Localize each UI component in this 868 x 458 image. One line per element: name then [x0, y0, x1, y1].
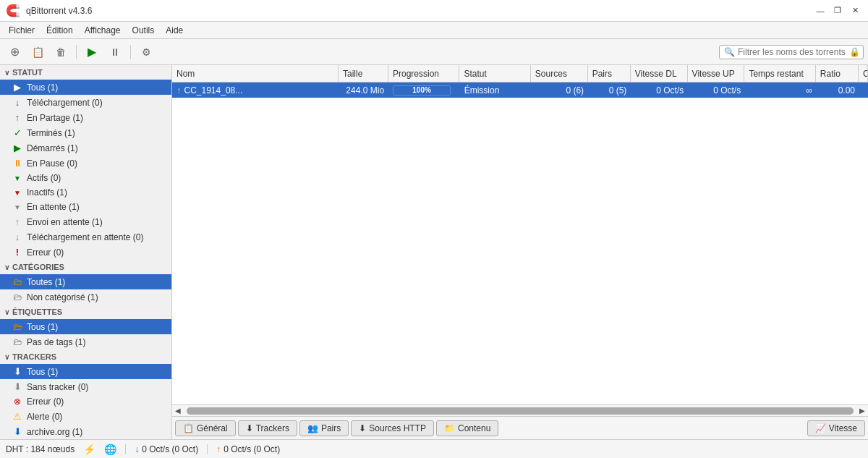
sidebar-section-categories[interactable]: ∨ CATÉGORIES [0, 260, 171, 274]
sidebar-section-statut[interactable]: ∨ STATUT [0, 65, 171, 80]
tab-vitesse[interactable]: 📈 Vitesse [807, 420, 865, 436]
tab-pairs[interactable]: 👥 Pairs [299, 420, 349, 436]
cell-progression: 100% [388, 82, 460, 98]
telechargement-icon: ↓ [12, 97, 23, 108]
scroll-right-button[interactable]: ▶ [856, 405, 868, 417]
pause-button[interactable]: ⏸ [105, 42, 125, 62]
sidebar-item-archive[interactable]: ⬇ archive.org (1) [0, 424, 171, 439]
torrent-up-icon: ↑ [176, 85, 182, 96]
menu-affichage[interactable]: Affichage [79, 24, 127, 37]
sidebar-item-toutes[interactable]: 🗁 Toutes (1) [0, 274, 171, 289]
cell-pairs: 0 (5) [588, 82, 631, 98]
sidebar-item-telechargement[interactable]: ↓ Téléchargement (0) [0, 95, 171, 110]
cell-ratio: 0.00 [817, 82, 859, 98]
sidebar-item-demarres[interactable]: ▶ Démarrés (1) [0, 140, 171, 156]
search-box[interactable]: 🔍 🔒 [719, 45, 864, 59]
col-header-ratio[interactable]: Ratio [816, 65, 859, 82]
non-categorise-icon: 🗁 [12, 292, 23, 302]
sidebar-item-erreur[interactable]: ! Erreur (0) [0, 245, 171, 260]
tab-contenu[interactable]: 📁 Contenu [436, 420, 498, 436]
maximize-button[interactable]: ❐ [830, 4, 845, 18]
col-temps-label: Temps restant [749, 69, 803, 79]
sidebar-item-pas-de-tags[interactable]: 🗁 Pas de tags (1) [0, 334, 171, 349]
dht-label: DHT : 184 nœuds [6, 444, 75, 454]
col-header-pairs[interactable]: Pairs [588, 65, 631, 82]
options-button[interactable]: ⚙ [136, 42, 156, 62]
sidebar-item-en-pause[interactable]: ⏸ En Pause (0) [0, 156, 171, 171]
sidebar-section-etiquettes[interactable]: ∨ ÉTIQUETTES [0, 305, 171, 319]
sidebar-item-inactifs[interactable]: ▼ Inactifs (1) [0, 185, 171, 200]
scrollbar-track[interactable] [187, 407, 854, 415]
ul-speed: 0 Oct/s (0 Oct) [224, 444, 280, 454]
sidebar-item-tous-track[interactable]: ⬇ Tous (1) [0, 364, 171, 379]
sidebar-item-en-attente[interactable]: ▼ En attente (1) [0, 200, 171, 214]
table-row[interactable]: ↑ CC_1914_08... 244.0 Mio 100% Émission [172, 82, 868, 98]
progress-bar: 100% [393, 85, 451, 96]
remove-button[interactable]: 🗑 [51, 42, 71, 62]
menu-edition[interactable]: Édition [41, 24, 79, 37]
sidebar-item-actifs[interactable]: ▼ Actifs (0) [0, 171, 171, 185]
toolbar: ⊕ 📋 🗑 ▶ ⏸ ⚙ 🔍 🔒 [0, 39, 868, 65]
resume-button[interactable]: ▶ [82, 42, 102, 62]
sidebar-item-actifs-label: Actifs (0) [27, 173, 61, 183]
status-dht-icon: ⚡ [83, 444, 95, 455]
col-header-sources[interactable]: Sources [531, 65, 588, 82]
col-header-vitessedl[interactable]: Vitesse DL [631, 65, 688, 82]
progress-bar-fill: 100% [393, 86, 450, 95]
scroll-left-button[interactable]: ◀ [172, 405, 184, 417]
cell-statut: Émission [460, 82, 532, 98]
sidebar-item-termines-label: Terminés (1) [27, 128, 75, 138]
add-magnet-button[interactable]: 📋 [27, 42, 48, 62]
tab-general[interactable]: 📋 Général [175, 420, 236, 436]
sidebar-item-telechargement-label: Téléchargement (0) [27, 98, 103, 108]
sidebar-item-erreur-track[interactable]: ⊗ Erreur (0) [0, 394, 171, 409]
termines-icon: ✓ [12, 127, 23, 138]
sidebar-item-en-partage[interactable]: ↑ En Partage (1) [0, 110, 171, 125]
erreur-icon: ! [12, 247, 23, 258]
sidebar-item-dl-attente[interactable]: ↓ Téléchargement en attente (0) [0, 229, 171, 245]
dl-attente-icon: ↓ [12, 232, 23, 242]
search-input[interactable] [738, 47, 846, 57]
col-header-vitesseup[interactable]: Vitesse UP [688, 65, 745, 82]
sidebar-item-envoi-attente[interactable]: ↑ Envoi en attente (1) [0, 214, 171, 229]
col-header-extra[interactable]: C... [859, 65, 868, 82]
sidebar-item-tous-etiq[interactable]: 🗁 Tous (1) [0, 319, 171, 334]
horizontal-scrollbar[interactable]: ◀ ▶ [172, 404, 868, 416]
col-header-progression[interactable]: Progression [388, 65, 459, 82]
menu-bar: Fichier Édition Affichage Outils Aide [0, 22, 868, 39]
col-vitessedl-label: Vitesse DL [635, 69, 677, 79]
sidebar-item-sans-tracker[interactable]: ⬇ Sans tracker (0) [0, 379, 171, 394]
sidebar-item-tous[interactable]: ▶ Tous (1) [0, 80, 171, 95]
en-partage-icon: ↑ [12, 112, 23, 123]
col-header-temps[interactable]: Temps restant [744, 65, 815, 82]
sidebar-item-alerte-label: Alerte (0) [27, 412, 62, 422]
search-icon: 🔍 [724, 47, 735, 57]
col-header-statut[interactable]: Statut [459, 65, 530, 82]
sidebar-section-trackers[interactable]: ∨ TRACKERS [0, 349, 171, 364]
cell-temps: ∞ [745, 82, 817, 98]
chevron-statut: ∨ [4, 69, 9, 77]
status-network-icon: 🌐 [104, 444, 116, 455]
status-dl: ↓ 0 Oct/s (0 Oct) [135, 444, 198, 454]
scrollbar-thumb[interactable] [187, 407, 854, 415]
sidebar-item-envoi-attente-label: Envoi en attente (1) [27, 217, 103, 227]
bottom-tabs: 📋 Général ⬇ Trackers 👥 Pairs ⬇ Sources H… [172, 416, 868, 439]
sidebar-item-alerte[interactable]: ⚠ Alerte (0) [0, 409, 171, 424]
col-header-taille[interactable]: Taille [339, 65, 388, 82]
sidebar-item-tous-track-label: Tous (1) [27, 367, 58, 377]
sidebar-item-en-pause-label: En Pause (0) [27, 158, 77, 169]
en-attente-icon: ▼ [12, 203, 23, 211]
sidebar-item-sans-tracker-label: Sans tracker (0) [27, 382, 88, 392]
tab-sources-http[interactable]: ⬇ Sources HTTP [351, 420, 434, 436]
close-button[interactable]: ✕ [848, 4, 862, 18]
menu-outils[interactable]: Outils [127, 24, 161, 37]
menu-fichier[interactable]: Fichier [3, 24, 41, 37]
vitesse-icon: 📈 [815, 423, 826, 433]
sidebar-item-termines[interactable]: ✓ Terminés (1) [0, 125, 171, 140]
menu-aide[interactable]: Aide [160, 24, 189, 37]
tab-trackers[interactable]: ⬇ Trackers [238, 420, 297, 436]
minimize-button[interactable]: — [813, 4, 827, 18]
sidebar-item-non-categorise[interactable]: 🗁 Non catégorisé (1) [0, 289, 171, 305]
add-torrent-button[interactable]: ⊕ [4, 42, 25, 62]
col-header-nom[interactable]: Nom [172, 65, 339, 82]
